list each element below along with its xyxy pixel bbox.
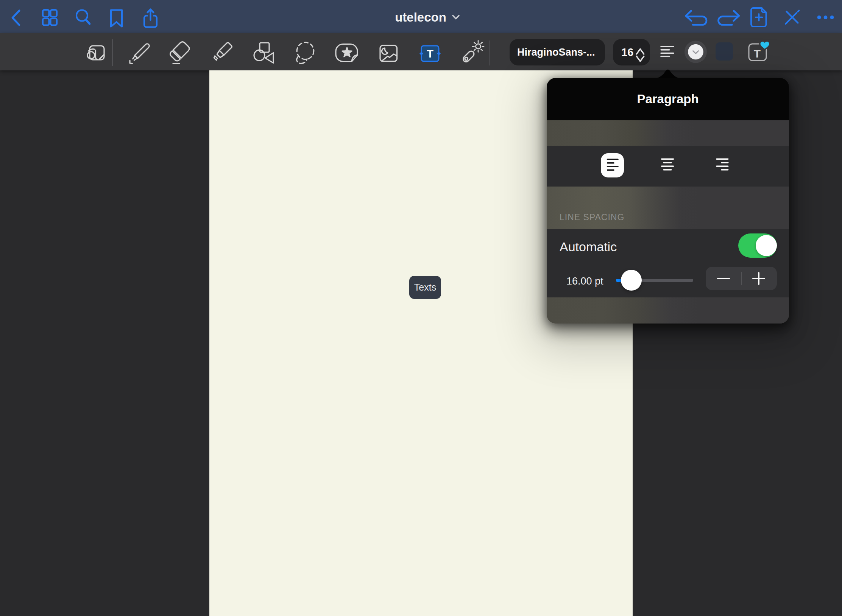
svg-text:utelecon: utelecon [395, 10, 446, 24]
svg-text:T: T [427, 48, 433, 60]
svg-text:HiraginoSans-...: HiraginoSans-... [517, 47, 595, 58]
svg-text:16: 16 [621, 46, 633, 58]
svg-text:T: T [754, 47, 761, 60]
